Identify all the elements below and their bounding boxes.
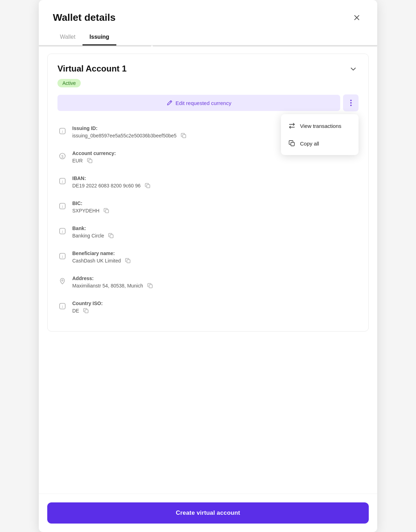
copy-beneficiary-button[interactable] [124,257,132,264]
sep-left [39,45,151,47]
bic-content: BIC: SXPYDEHH [72,200,359,214]
modal-title: Wallet details [53,12,116,23]
copy-bic-icon [104,208,109,214]
svg-rect-9 [183,135,186,138]
bic-value-row: SXPYDEHH [72,207,359,214]
svg-rect-15 [147,185,150,188]
info-icon-iban: i [57,176,67,186]
account-currency-value-row: EUR [72,157,359,164]
copy-bank-icon [108,233,114,239]
beneficiary-name-value: CashDash UK Limited [72,258,121,264]
address-value: Maximilianstr 54, 80538, Munich [72,283,143,289]
beneficiary-name-content: Beneficiary name: CashDash UK Limited [72,250,359,264]
svg-point-4 [350,102,351,104]
sep-right [153,45,377,47]
svg-text:i: i [62,304,63,309]
svg-text:i: i [62,129,63,134]
country-iso-value: DE [72,308,79,314]
iban-value: DE19 2022 6083 8200 9c60 96 [72,183,141,188]
status-badge: Active [57,79,81,87]
copy-all-icon [288,140,295,147]
svg-rect-18 [105,210,109,213]
svg-rect-24 [127,260,130,263]
svg-text:i: i [62,204,63,209]
beneficiary-name-label: Beneficiary name: [72,250,359,256]
create-virtual-account-button[interactable]: Create virtual account [47,502,369,524]
close-button[interactable] [350,11,363,24]
info-icon-bic: i [57,201,67,211]
action-bar: Edit requested currency [57,94,359,111]
bic-value: SXPYDEHH [72,208,99,214]
view-transactions-item[interactable]: View transactions [281,117,359,135]
three-dots-icon [350,99,352,106]
info-icon-bank: i [57,226,67,236]
copy-country-button[interactable] [82,307,90,314]
svg-point-3 [350,100,351,101]
dollar-icon: $ [57,151,67,161]
copy-currency-button[interactable] [86,157,94,164]
copy-address-icon [147,283,153,289]
iban-value-row: DE19 2022 6083 8200 9c60 96 [72,182,359,189]
modal-footer: Create virtual account [39,494,377,532]
tab-issuing[interactable]: Issuing [82,30,116,45]
chevron-down-icon [349,65,357,73]
transactions-icon [288,122,296,130]
copy-bank-button[interactable] [107,232,115,239]
copy-all-item[interactable]: Copy all [281,135,359,152]
copy-bic-button[interactable] [102,207,111,214]
svg-rect-12 [89,160,92,163]
field-bank: i Bank: Banking Circle [57,220,359,245]
svg-line-2 [170,101,171,103]
copy-beneficiary-icon [125,258,131,264]
country-iso-value-row: DE [72,307,359,314]
more-options-button[interactable] [343,94,359,111]
bank-value: Banking Circle [72,233,104,239]
spacer [39,417,377,494]
svg-rect-26 [149,285,152,288]
location-icon [57,276,67,286]
wallet-details-modal: Wallet details Wallet Issuing Virtual Ac… [39,0,377,532]
copy-country-icon [83,308,89,314]
copy-all-label: Copy all [300,141,319,147]
bank-label: Bank: [72,225,359,231]
bank-content: Bank: Banking Circle [72,225,359,239]
field-address: Address: Maximilianstr 54, 80538, Munich [57,270,359,295]
copy-issuing-icon [181,133,186,138]
copy-iban-icon [145,183,151,188]
field-bic: i BIC: SXPYDEHH [57,195,359,220]
svg-point-25 [62,280,63,281]
card-title: Virtual Account 1 [57,64,127,74]
address-content: Address: Maximilianstr 54, 80538, Munich [72,276,359,289]
beneficiary-name-value-row: CashDash UK Limited [72,257,359,264]
field-iban: i IBAN: DE19 2022 6083 8200 9c60 96 [57,170,359,195]
field-country-iso: i Country ISO: DE [57,295,359,320]
svg-rect-29 [85,310,88,313]
tab-wallet[interactable]: Wallet [53,30,82,45]
country-iso-label: Country ISO: [72,301,359,306]
svg-text:i: i [62,229,63,234]
collapse-button[interactable] [348,64,359,76]
modal-header: Wallet details [39,0,377,30]
info-icon-issuing: i [57,126,67,136]
pencil-icon [166,100,173,106]
info-icon-country: i [57,301,67,311]
view-transactions-label: View transactions [300,123,341,129]
edit-currency-button[interactable]: Edit requested currency [57,95,340,111]
virtual-account-card: Virtual Account 1 Active Edit requested … [47,54,369,332]
svg-rect-21 [110,235,113,238]
copy-issuing-id-button[interactable] [179,132,188,139]
card-header: Virtual Account 1 [57,64,359,76]
field-beneficiary-name: i Beneficiary name: CashDash UK Limited [57,245,359,270]
svg-text:i: i [62,254,63,259]
copy-iban-button[interactable] [143,182,152,189]
iban-content: IBAN: DE19 2022 6083 8200 9c60 96 [72,175,359,189]
svg-text:$: $ [61,154,63,159]
iban-label: IBAN: [72,175,359,181]
copy-address-button[interactable] [146,282,154,289]
tab-bar: Wallet Issuing [39,30,377,45]
bank-value-row: Banking Circle [72,232,359,239]
country-iso-content: Country ISO: DE [72,301,359,314]
copy-currency-icon [87,158,93,163]
svg-rect-6 [291,142,294,146]
tabs-separator [39,45,377,47]
